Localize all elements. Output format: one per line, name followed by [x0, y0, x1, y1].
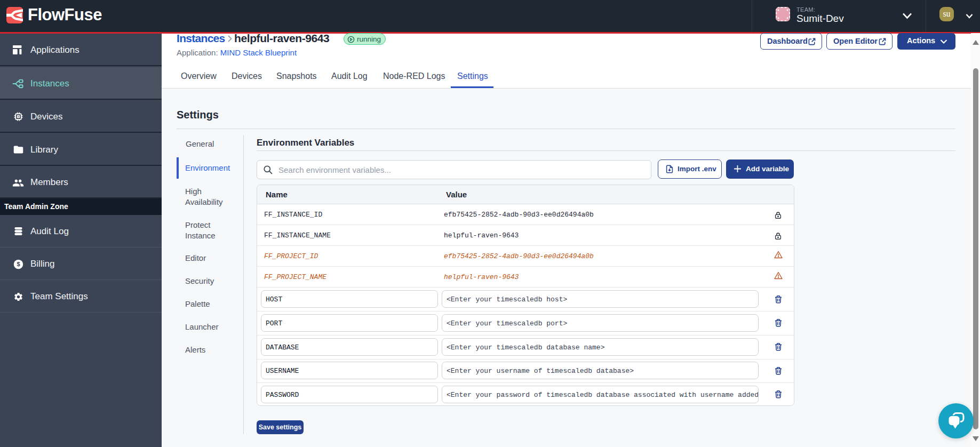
svg-text:$: $: [17, 261, 20, 267]
